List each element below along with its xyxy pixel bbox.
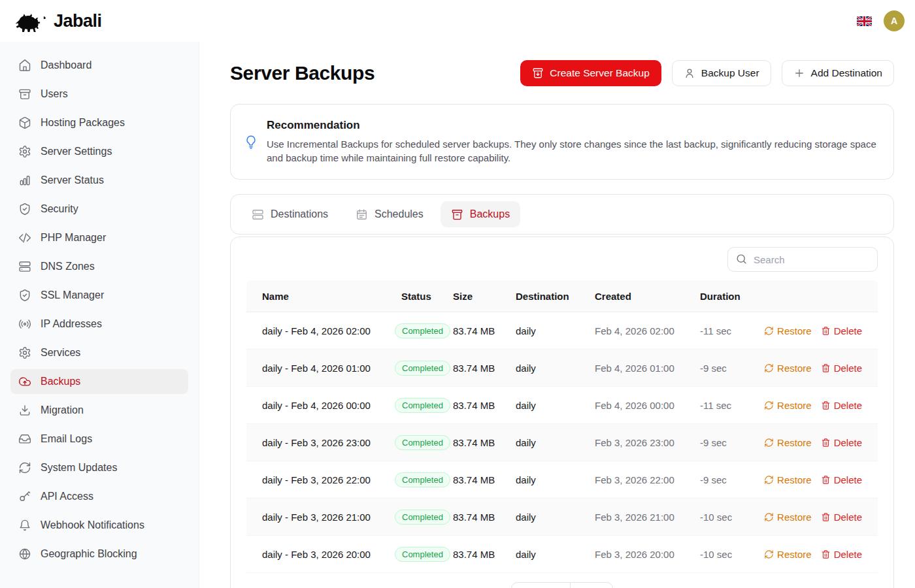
search-row <box>246 247 878 272</box>
sidebar-item-email-logs[interactable]: Email Logs <box>10 427 188 451</box>
sidebar-item-migration[interactable]: Migration <box>10 398 188 423</box>
sidebar-item-security[interactable]: Security <box>10 197 188 221</box>
sidebar-item-services[interactable]: Services <box>10 340 188 365</box>
package-icon <box>18 116 31 129</box>
globe-icon <box>18 547 31 561</box>
tab-schedules[interactable]: Schedules <box>345 201 434 227</box>
row-actions: RestoreDelete <box>764 400 862 411</box>
avatar[interactable]: A <box>884 10 905 31</box>
cell-created: Feb 4, 2026 00:00 <box>595 400 700 411</box>
delete-button[interactable]: Delete <box>821 437 862 448</box>
cell-duration: -9 sec <box>700 437 762 448</box>
search-box <box>727 247 878 272</box>
sidebar-item-system-updates[interactable]: System Updates <box>10 455 188 480</box>
page-actions: Create Server BackupBackup UserAdd Desti… <box>520 60 894 86</box>
sidebar-item-geographic-blocking[interactable]: Geographic Blocking <box>10 542 188 566</box>
trash-icon <box>821 400 831 410</box>
recommendation-text: Recommendation Use Incremental Backups f… <box>267 119 880 165</box>
sidebar-item-users[interactable]: Users <box>10 82 188 106</box>
per-page-label: Per page <box>512 583 571 588</box>
sidebar-item-dashboard[interactable]: Dashboard <box>10 53 188 78</box>
tab-destinations[interactable]: Destinations <box>241 201 339 227</box>
cell-name: daily - Feb 3, 2026 21:00 <box>262 512 401 523</box>
restore-button[interactable]: Restore <box>764 363 812 374</box>
search-input[interactable] <box>727 247 878 272</box>
cell-size: 83.74 MB <box>453 512 516 523</box>
backup-user-button[interactable]: Backup User <box>672 60 771 86</box>
cell-size: 83.74 MB <box>453 549 516 560</box>
restore-icon <box>764 438 774 448</box>
cell-duration: -10 sec <box>700 549 762 560</box>
uk-flag-icon[interactable] <box>857 16 872 26</box>
cell-destination: daily <box>516 325 595 336</box>
restore-button[interactable]: Restore <box>764 437 812 448</box>
status-badge: Completed <box>395 472 450 487</box>
delete-button[interactable]: Delete <box>821 512 862 523</box>
radio-icon <box>18 318 31 331</box>
table-row: daily - Feb 4, 2026 01:00Completed83.74 … <box>246 350 878 387</box>
sidebar-item-api-access[interactable]: API Access <box>10 484 188 509</box>
row-actions: RestoreDelete <box>764 474 862 485</box>
sidebar-item-label: Email Logs <box>41 433 92 445</box>
calendar-icon <box>356 208 368 221</box>
cell-size: 83.74 MB <box>453 400 516 411</box>
table-row: daily - Feb 3, 2026 20:00Completed83.74 … <box>246 536 878 573</box>
sidebar-item-ssl-manager[interactable]: SSL Manager <box>10 283 188 308</box>
cell-name: daily - Feb 3, 2026 23:00 <box>262 437 401 448</box>
sidebar-item-server-status[interactable]: Server Status <box>10 168 188 193</box>
delete-button[interactable]: Delete <box>821 400 862 411</box>
sidebar-item-php-manager[interactable]: PHP Manager <box>10 225 188 250</box>
brand-name: Jabali <box>54 11 102 31</box>
restore-button[interactable]: Restore <box>764 512 812 523</box>
delete-button[interactable]: Delete <box>821 363 862 374</box>
cell-created: Feb 4, 2026 01:00 <box>595 363 700 374</box>
column-duration: Duration <box>700 291 762 302</box>
restore-icon <box>764 363 774 373</box>
trash-icon <box>821 363 831 373</box>
sidebar-item-label: Services <box>41 347 80 359</box>
per-page-select[interactable]: Per page 10 <box>511 582 613 588</box>
cell-created: Feb 3, 2026 23:00 <box>595 437 700 448</box>
delete-button[interactable]: Delete <box>821 325 862 336</box>
bar-chart-icon <box>18 174 31 187</box>
cell-destination: daily <box>516 512 595 523</box>
sidebar-item-hosting-packages[interactable]: Hosting Packages <box>10 110 188 135</box>
sidebar-item-backups[interactable]: Backups <box>10 369 188 394</box>
table-row: daily - Feb 3, 2026 22:00Completed83.74 … <box>246 461 878 498</box>
add-destination-button[interactable]: Add Destination <box>782 60 894 86</box>
restore-icon <box>764 512 774 522</box>
brand-logo[interactable]: Jabali <box>16 10 102 32</box>
sidebar-item-label: DNS Zones <box>41 261 95 272</box>
create-server-backup-button[interactable]: Create Server Backup <box>520 60 661 86</box>
tab-label: Destinations <box>271 208 328 220</box>
column-size: Size <box>453 291 516 302</box>
restore-button[interactable]: Restore <box>764 325 812 336</box>
restore-button[interactable]: Restore <box>764 474 812 485</box>
table-body: daily - Feb 4, 2026 02:00Completed83.74 … <box>246 312 878 573</box>
sidebar-item-label: API Access <box>41 491 93 502</box>
archive-box-icon <box>451 208 463 221</box>
sidebar-item-label: IP Addresses <box>41 318 102 330</box>
sidebar-item-server-settings[interactable]: Server Settings <box>10 139 188 164</box>
cell-destination: daily <box>516 363 595 374</box>
shield-check-icon <box>18 289 31 302</box>
table-row: daily - Feb 3, 2026 23:00Completed83.74 … <box>246 424 878 461</box>
cell-name: daily - Feb 3, 2026 22:00 <box>262 474 401 485</box>
sidebar-item-dns-zones[interactable]: DNS Zones <box>10 254 188 279</box>
status-badge: Completed <box>395 398 450 413</box>
sidebar-item-webhook-notifications[interactable]: Webhook Notifications <box>10 513 188 538</box>
delete-button[interactable]: Delete <box>821 474 862 485</box>
delete-button[interactable]: Delete <box>821 549 862 560</box>
button-label: Backup User <box>701 67 759 79</box>
cell-created: Feb 4, 2026 02:00 <box>595 325 700 336</box>
restore-button[interactable]: Restore <box>764 549 812 560</box>
sidebar-item-ip-addresses[interactable]: IP Addresses <box>10 312 188 336</box>
main-content: Server Backups Create Server BackupBacku… <box>199 42 915 588</box>
sidebar-item-label: Dashboard <box>41 59 92 71</box>
gear-icon <box>18 145 31 158</box>
table-row: daily - Feb 3, 2026 21:00Completed83.74 … <box>246 498 878 536</box>
restore-button[interactable]: Restore <box>764 400 812 411</box>
sidebar-item-label: PHP Manager <box>41 232 106 244</box>
tab-backups[interactable]: Backups <box>441 201 520 227</box>
archive-icon <box>18 88 31 101</box>
